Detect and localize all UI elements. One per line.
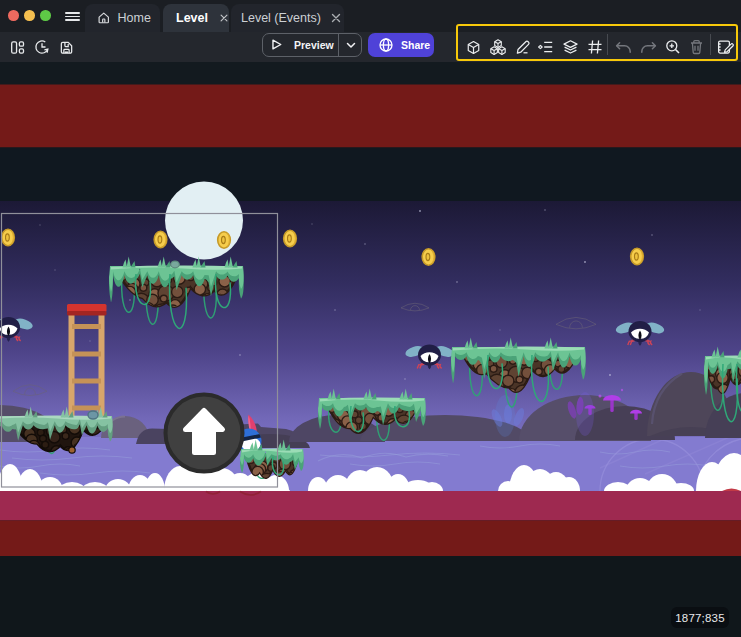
history-icon[interactable] (33, 32, 51, 62)
title-bar: Home Level Level (Events) (0, 0, 741, 32)
redo-icon[interactable] (640, 32, 657, 62)
main-toolbar: Preview Share (0, 32, 741, 62)
toolbar-separator (710, 34, 711, 55)
main-menu-icon[interactable] (65, 12, 80, 21)
coin[interactable] (631, 248, 644, 264)
tab-level-label: Level (176, 11, 208, 25)
tab-level-events[interactable]: Level (Events) (231, 4, 344, 32)
scene-svg (0, 0, 741, 637)
tab-level-events-label: Level (Events) (241, 11, 321, 25)
play-icon (270, 38, 283, 51)
coin[interactable] (154, 231, 167, 247)
coin[interactable] (218, 232, 231, 248)
window-maximize-button[interactable] (40, 10, 51, 21)
preview-label: Preview (294, 39, 334, 51)
edit-events-icon[interactable] (716, 32, 734, 62)
stone (171, 261, 180, 268)
tab-level[interactable]: Level (163, 4, 229, 32)
stone (88, 411, 98, 419)
scene-editor-canvas[interactable] (0, 0, 741, 637)
cursor-coordinates-badge: 1877;835 (671, 607, 729, 628)
window-minimize-button[interactable] (24, 10, 35, 21)
close-icon[interactable] (330, 12, 342, 24)
gdevelop-window: Home Level Level (Events) (0, 0, 741, 637)
edit-icon[interactable] (514, 32, 532, 62)
zoom-icon[interactable] (664, 32, 681, 62)
object-icon[interactable] (466, 32, 481, 62)
jump-button-overlay (166, 395, 243, 472)
window-close-button[interactable] (8, 10, 19, 21)
trash-icon[interactable] (688, 32, 705, 62)
objects-group-icon[interactable] (489, 32, 507, 62)
close-icon[interactable] (219, 12, 229, 24)
coin[interactable] (284, 230, 297, 246)
globe-icon (378, 37, 394, 53)
share-label: Share (401, 39, 430, 51)
tab-home-label: Home (118, 11, 151, 25)
layers-icon[interactable] (561, 32, 579, 62)
save-icon[interactable] (57, 32, 75, 62)
scene-foreground (0, 491, 741, 637)
instances-list-icon[interactable] (537, 32, 554, 62)
tab-bar: Home Level Level (Events) (85, 0, 344, 32)
pebble (69, 447, 75, 453)
project-manager-icon[interactable] (8, 32, 26, 62)
chevron-down-icon[interactable] (346, 42, 356, 49)
preview-divider (338, 34, 339, 56)
toolbar-separator (607, 34, 608, 55)
tab-home[interactable]: Home (85, 4, 160, 32)
preview-button[interactable]: Preview (262, 33, 362, 57)
coin[interactable] (2, 229, 15, 245)
share-button[interactable]: Share (368, 33, 434, 57)
undo-icon[interactable] (615, 32, 632, 62)
home-icon (97, 11, 111, 25)
grid-icon[interactable] (586, 32, 603, 62)
coin[interactable] (422, 249, 435, 265)
moon (165, 182, 243, 260)
